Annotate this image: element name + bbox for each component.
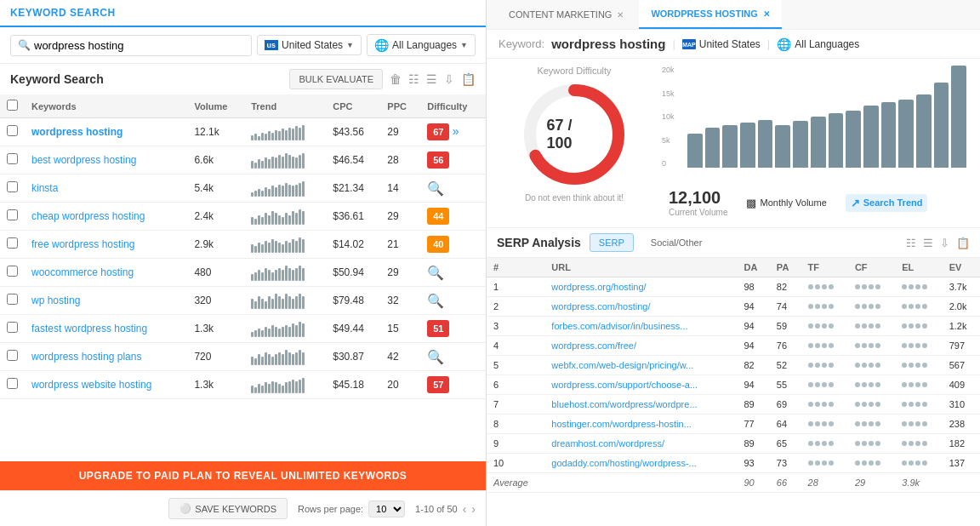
serp-link[interactable]: wordpress.com/hosting/ (551, 301, 650, 312)
serp-url[interactable]: wordpress.org/hosting/ (544, 277, 737, 297)
serp-ev: 567 (943, 356, 980, 375)
upgrade-bar[interactable]: UPGRADE TO PAID PLAN TO REVEAL UNLIMITED… (0, 461, 486, 490)
serp-link[interactable]: wordpress.org/hosting/ (551, 282, 646, 292)
row-checkbox[interactable] (7, 322, 18, 333)
language-selector[interactable]: 🌐 All Languages ▼ (367, 34, 476, 56)
monthly-volume-tab[interactable]: ▩ Monthly Volume (741, 194, 831, 212)
serp-da: 89 (737, 395, 769, 415)
save-keywords-button[interactable]: ⚪ SAVE KEYWORDS (168, 498, 288, 519)
serp-download-icon[interactable]: ⇩ (940, 237, 949, 249)
bar-chart-bar (916, 94, 932, 168)
serp-url[interactable]: wordpress.com/free/ (544, 336, 737, 356)
keyword-link[interactable]: wordpress website hosting (31, 379, 151, 391)
serp-url[interactable]: wordpress.com/support/choose-a... (544, 375, 737, 395)
columns-icon[interactable]: ☷ (408, 72, 419, 86)
search-input[interactable] (34, 39, 244, 52)
serp-num: 8 (487, 415, 544, 434)
prev-page-button[interactable]: ‹ (463, 502, 467, 516)
serp-filter-icon[interactable]: ☰ (923, 237, 933, 249)
rows-select[interactable]: 10 25 50 (368, 500, 405, 517)
search-input-wrap[interactable]: 🔍 (10, 35, 252, 56)
serp-link[interactable]: webfx.com/web-design/pricing/w... (551, 360, 693, 370)
serp-cf (848, 356, 895, 375)
dots-value (808, 343, 841, 348)
keyword-link[interactable]: fastest wordpress hosting (31, 323, 147, 334)
row-checkbox[interactable] (7, 266, 18, 277)
lang-dropdown-arrow: ▼ (460, 41, 468, 49)
row-checkbox[interactable] (7, 350, 18, 361)
serp-url[interactable]: forbes.com/advisor/in/business... (544, 317, 737, 336)
tab-wordpress-hosting[interactable]: WORDPRESS HOSTING ✕ (639, 0, 781, 29)
serp-num: 5 (487, 356, 544, 375)
serp-url[interactable]: godaddy.com/hosting/wordpress-... (544, 454, 737, 473)
serp-columns-icon[interactable]: ☷ (906, 237, 916, 249)
serp-link[interactable]: wordpress.com/support/choose-a... (551, 380, 698, 390)
serp-link[interactable]: hostinger.com/wordpress-hostin... (551, 419, 691, 429)
serp-col-pa: PA (770, 258, 801, 277)
search-trend-tab[interactable]: ↗ Search Trend (846, 194, 928, 212)
serp-url[interactable]: wordpress.com/hosting/ (544, 297, 737, 317)
serp-avg-cell: 66 (770, 473, 801, 493)
row-checkbox[interactable] (7, 209, 18, 220)
serp-avg-cell (544, 473, 737, 493)
serp-tf (801, 317, 848, 336)
serp-tf (801, 356, 848, 375)
bar-chart-bar (740, 123, 755, 168)
cpc-cell: $43.56 (326, 118, 380, 146)
serp-pa: 73 (770, 454, 801, 473)
serp-da: 82 (737, 356, 769, 375)
serp-tab-serp[interactable]: SERP (590, 233, 634, 252)
keyword-link[interactable]: cheap wordpress hosting (31, 210, 145, 222)
serp-avg-cell: 90 (737, 473, 769, 493)
donut-title: Keyword Difficulty (537, 66, 611, 76)
keyword-link[interactable]: free wordpress hosting (31, 238, 134, 250)
serp-link[interactable]: wordpress.com/free/ (551, 340, 636, 351)
close-wordpress-hosting-tab[interactable]: ✕ (763, 9, 770, 19)
row-checkbox[interactable] (7, 153, 18, 164)
serp-link[interactable]: godaddy.com/hosting/wordpress-... (551, 458, 696, 468)
country-selector[interactable]: us United States ▼ (257, 35, 362, 55)
keyword-search-tab[interactable]: KEYWORD SEARCH (10, 7, 116, 19)
serp-link[interactable]: dreamhost.com/wordpress/ (551, 438, 664, 449)
keyword-link[interactable]: wordpress hosting plans (31, 351, 141, 363)
serp-url[interactable]: hostinger.com/wordpress-hostin... (544, 415, 737, 434)
bar-chart-bar (934, 83, 949, 168)
serp-da: 94 (737, 297, 769, 317)
keyword-link[interactable]: woocommerce hosting (31, 266, 134, 278)
row-checkbox[interactable] (7, 181, 18, 192)
filter-icon[interactable]: ☰ (426, 72, 437, 86)
cpc-cell: $36.61 (326, 203, 380, 231)
keyword-link[interactable]: best wordpress hosting (31, 154, 136, 166)
keyword-link[interactable]: wp hosting (31, 294, 80, 306)
bar-chart-bar (863, 106, 879, 168)
serp-url[interactable]: dreamhost.com/wordpress/ (544, 434, 737, 454)
keyword-link[interactable]: kinsta (31, 182, 58, 194)
keyword-link[interactable]: wordpress hosting (31, 126, 122, 138)
row-checkbox[interactable] (7, 237, 18, 249)
bulk-evaluate-button[interactable]: BULK EVALUATE (289, 69, 383, 89)
serp-link[interactable]: bluehost.com/wordpress/wordpre... (551, 399, 697, 409)
dots-value (855, 363, 888, 368)
serp-el (895, 434, 942, 454)
close-content-marketing-tab[interactable]: ✕ (617, 10, 624, 20)
download-icon[interactable]: ⇩ (444, 72, 454, 86)
serp-num: 6 (487, 375, 544, 395)
serp-el (895, 395, 942, 415)
row-checkbox[interactable] (7, 378, 18, 389)
serp-link[interactable]: forbes.com/advisor/in/business... (551, 321, 687, 331)
next-page-button[interactable]: › (471, 502, 476, 516)
serp-url[interactable]: webfx.com/web-design/pricing/w... (544, 356, 737, 375)
delete-icon[interactable]: 🗑 (390, 72, 402, 86)
serp-tab-social[interactable]: Social/Other (642, 234, 711, 251)
serp-row: 3forbes.com/advisor/in/business...94591.… (487, 317, 980, 336)
lang-globe-icon: 🌐 (777, 37, 791, 51)
save-list-icon[interactable]: 📋 (461, 72, 476, 86)
serp-num: 3 (487, 317, 544, 336)
serp-url[interactable]: bluehost.com/wordpress/wordpre... (544, 395, 737, 415)
row-checkbox[interactable] (7, 125, 18, 136)
tab-content-marketing[interactable]: CONTENT MARKETING ✕ (497, 1, 635, 28)
row-checkbox[interactable] (7, 294, 18, 305)
select-all-checkbox[interactable] (7, 100, 18, 111)
serp-save-icon[interactable]: 📋 (956, 237, 970, 249)
serp-ev: 310 (943, 395, 980, 415)
